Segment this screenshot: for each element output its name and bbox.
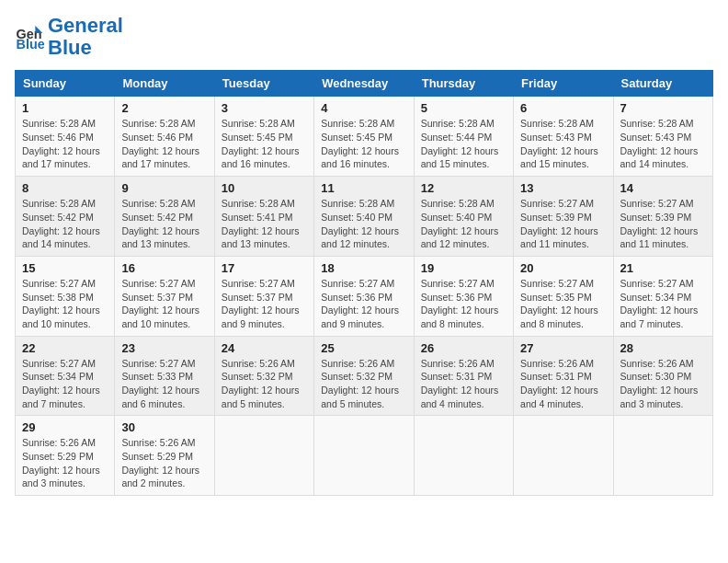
header-wednesday: Wednesday bbox=[314, 71, 414, 97]
day-detail: Sunrise: 5:26 AM Sunset: 5:32 PM Dayligh… bbox=[321, 357, 406, 411]
calendar-day: 17Sunrise: 5:27 AM Sunset: 5:37 PM Dayli… bbox=[214, 256, 313, 336]
calendar-day: 21Sunrise: 5:27 AM Sunset: 5:34 PM Dayli… bbox=[613, 256, 712, 336]
day-detail: Sunrise: 5:27 AM Sunset: 5:35 PM Dayligh… bbox=[520, 277, 606, 331]
calendar-day: 18Sunrise: 5:27 AM Sunset: 5:36 PM Dayli… bbox=[314, 256, 414, 336]
day-number: 19 bbox=[421, 261, 506, 275]
day-number: 25 bbox=[321, 341, 406, 355]
header-friday: Friday bbox=[514, 71, 613, 97]
calendar-day: 24Sunrise: 5:26 AM Sunset: 5:32 PM Dayli… bbox=[214, 336, 313, 416]
calendar-day: 4Sunrise: 5:28 AM Sunset: 5:45 PM Daylig… bbox=[314, 97, 414, 177]
day-detail: Sunrise: 5:27 AM Sunset: 5:39 PM Dayligh… bbox=[620, 197, 706, 251]
day-number: 12 bbox=[421, 181, 506, 195]
calendar-day: 8Sunrise: 5:28 AM Sunset: 5:42 PM Daylig… bbox=[16, 177, 115, 257]
calendar-week-row: 8Sunrise: 5:28 AM Sunset: 5:42 PM Daylig… bbox=[16, 177, 713, 257]
calendar-day bbox=[514, 416, 613, 496]
day-detail: Sunrise: 5:27 AM Sunset: 5:34 PM Dayligh… bbox=[22, 357, 108, 411]
calendar-day: 12Sunrise: 5:28 AM Sunset: 5:40 PM Dayli… bbox=[414, 177, 513, 257]
day-detail: Sunrise: 5:28 AM Sunset: 5:44 PM Dayligh… bbox=[421, 117, 506, 171]
day-detail: Sunrise: 5:26 AM Sunset: 5:32 PM Dayligh… bbox=[222, 357, 307, 411]
day-number: 8 bbox=[22, 181, 108, 195]
day-number: 4 bbox=[321, 101, 406, 115]
calendar-day bbox=[314, 416, 414, 496]
calendar-day: 14Sunrise: 5:27 AM Sunset: 5:39 PM Dayli… bbox=[613, 177, 712, 257]
calendar-header-row: SundayMondayTuesdayWednesdayThursdayFrid… bbox=[16, 71, 713, 97]
logo-text: GeneralBlue bbox=[48, 15, 123, 59]
page-header: Gen Blue GeneralBlue bbox=[15, 15, 713, 59]
day-number: 5 bbox=[421, 101, 506, 115]
logo-icon: Gen Blue bbox=[15, 22, 44, 52]
day-number: 20 bbox=[520, 261, 606, 275]
day-detail: Sunrise: 5:27 AM Sunset: 5:37 PM Dayligh… bbox=[121, 277, 207, 331]
day-number: 10 bbox=[222, 181, 307, 195]
calendar-day: 2Sunrise: 5:28 AM Sunset: 5:46 PM Daylig… bbox=[115, 97, 214, 177]
day-detail: Sunrise: 5:26 AM Sunset: 5:31 PM Dayligh… bbox=[421, 357, 506, 411]
calendar-day bbox=[613, 416, 712, 496]
header-tuesday: Tuesday bbox=[214, 71, 313, 97]
day-detail: Sunrise: 5:27 AM Sunset: 5:34 PM Dayligh… bbox=[620, 277, 706, 331]
day-number: 24 bbox=[222, 341, 307, 355]
calendar-day: 22Sunrise: 5:27 AM Sunset: 5:34 PM Dayli… bbox=[16, 336, 115, 416]
calendar-day: 29Sunrise: 5:26 AM Sunset: 5:29 PM Dayli… bbox=[16, 416, 115, 496]
day-number: 27 bbox=[520, 341, 606, 355]
calendar-table: SundayMondayTuesdayWednesdayThursdayFrid… bbox=[15, 70, 713, 496]
calendar-day: 25Sunrise: 5:26 AM Sunset: 5:32 PM Dayli… bbox=[314, 336, 414, 416]
calendar-week-row: 22Sunrise: 5:27 AM Sunset: 5:34 PM Dayli… bbox=[16, 336, 713, 416]
day-number: 15 bbox=[22, 261, 108, 275]
day-detail: Sunrise: 5:26 AM Sunset: 5:29 PM Dayligh… bbox=[121, 436, 207, 490]
calendar-day: 5Sunrise: 5:28 AM Sunset: 5:44 PM Daylig… bbox=[414, 97, 513, 177]
day-number: 23 bbox=[121, 341, 207, 355]
day-detail: Sunrise: 5:27 AM Sunset: 5:33 PM Dayligh… bbox=[121, 357, 207, 411]
calendar-day: 13Sunrise: 5:27 AM Sunset: 5:39 PM Dayli… bbox=[514, 177, 613, 257]
calendar-week-row: 29Sunrise: 5:26 AM Sunset: 5:29 PM Dayli… bbox=[16, 416, 713, 496]
day-number: 11 bbox=[321, 181, 406, 195]
logo: Gen Blue GeneralBlue bbox=[15, 15, 123, 59]
calendar-day: 30Sunrise: 5:26 AM Sunset: 5:29 PM Dayli… bbox=[115, 416, 214, 496]
day-number: 21 bbox=[620, 261, 706, 275]
calendar-day: 1Sunrise: 5:28 AM Sunset: 5:46 PM Daylig… bbox=[16, 97, 115, 177]
day-detail: Sunrise: 5:27 AM Sunset: 5:37 PM Dayligh… bbox=[222, 277, 307, 331]
day-number: 30 bbox=[121, 420, 207, 434]
day-detail: Sunrise: 5:28 AM Sunset: 5:46 PM Dayligh… bbox=[22, 117, 108, 171]
calendar-day: 16Sunrise: 5:27 AM Sunset: 5:37 PM Dayli… bbox=[115, 256, 214, 336]
day-number: 22 bbox=[22, 341, 108, 355]
header-thursday: Thursday bbox=[414, 71, 513, 97]
day-detail: Sunrise: 5:28 AM Sunset: 5:42 PM Dayligh… bbox=[22, 197, 108, 251]
calendar-week-row: 15Sunrise: 5:27 AM Sunset: 5:38 PM Dayli… bbox=[16, 256, 713, 336]
calendar-day: 26Sunrise: 5:26 AM Sunset: 5:31 PM Dayli… bbox=[414, 336, 513, 416]
calendar-day: 27Sunrise: 5:26 AM Sunset: 5:31 PM Dayli… bbox=[514, 336, 613, 416]
svg-text:Blue: Blue bbox=[17, 37, 44, 52]
day-detail: Sunrise: 5:28 AM Sunset: 5:45 PM Dayligh… bbox=[222, 117, 307, 171]
day-detail: Sunrise: 5:27 AM Sunset: 5:36 PM Dayligh… bbox=[421, 277, 506, 331]
day-number: 16 bbox=[121, 261, 207, 275]
day-detail: Sunrise: 5:27 AM Sunset: 5:36 PM Dayligh… bbox=[321, 277, 406, 331]
calendar-day: 15Sunrise: 5:27 AM Sunset: 5:38 PM Dayli… bbox=[16, 256, 115, 336]
calendar-day: 3Sunrise: 5:28 AM Sunset: 5:45 PM Daylig… bbox=[214, 97, 313, 177]
calendar-day: 9Sunrise: 5:28 AM Sunset: 5:42 PM Daylig… bbox=[115, 177, 214, 257]
day-detail: Sunrise: 5:28 AM Sunset: 5:40 PM Dayligh… bbox=[421, 197, 506, 251]
calendar-day: 11Sunrise: 5:28 AM Sunset: 5:40 PM Dayli… bbox=[314, 177, 414, 257]
day-detail: Sunrise: 5:27 AM Sunset: 5:39 PM Dayligh… bbox=[520, 197, 606, 251]
day-detail: Sunrise: 5:28 AM Sunset: 5:42 PM Dayligh… bbox=[121, 197, 207, 251]
day-number: 14 bbox=[620, 181, 706, 195]
day-detail: Sunrise: 5:26 AM Sunset: 5:29 PM Dayligh… bbox=[22, 436, 108, 490]
calendar-day: 7Sunrise: 5:28 AM Sunset: 5:43 PM Daylig… bbox=[613, 97, 712, 177]
day-number: 6 bbox=[520, 101, 606, 115]
day-detail: Sunrise: 5:26 AM Sunset: 5:30 PM Dayligh… bbox=[620, 357, 706, 411]
header-saturday: Saturday bbox=[613, 71, 712, 97]
day-number: 28 bbox=[620, 341, 706, 355]
calendar-day: 23Sunrise: 5:27 AM Sunset: 5:33 PM Dayli… bbox=[115, 336, 214, 416]
day-number: 1 bbox=[22, 101, 108, 115]
day-number: 9 bbox=[121, 181, 207, 195]
day-number: 13 bbox=[520, 181, 606, 195]
calendar-day: 6Sunrise: 5:28 AM Sunset: 5:43 PM Daylig… bbox=[514, 97, 613, 177]
day-number: 26 bbox=[421, 341, 506, 355]
day-number: 7 bbox=[620, 101, 706, 115]
calendar-day: 28Sunrise: 5:26 AM Sunset: 5:30 PM Dayli… bbox=[613, 336, 712, 416]
day-detail: Sunrise: 5:28 AM Sunset: 5:46 PM Dayligh… bbox=[121, 117, 207, 171]
day-detail: Sunrise: 5:28 AM Sunset: 5:43 PM Dayligh… bbox=[620, 117, 706, 171]
day-number: 18 bbox=[321, 261, 406, 275]
day-detail: Sunrise: 5:28 AM Sunset: 5:41 PM Dayligh… bbox=[222, 197, 307, 251]
calendar-day: 19Sunrise: 5:27 AM Sunset: 5:36 PM Dayli… bbox=[414, 256, 513, 336]
day-detail: Sunrise: 5:28 AM Sunset: 5:43 PM Dayligh… bbox=[520, 117, 606, 171]
day-detail: Sunrise: 5:27 AM Sunset: 5:38 PM Dayligh… bbox=[22, 277, 108, 331]
